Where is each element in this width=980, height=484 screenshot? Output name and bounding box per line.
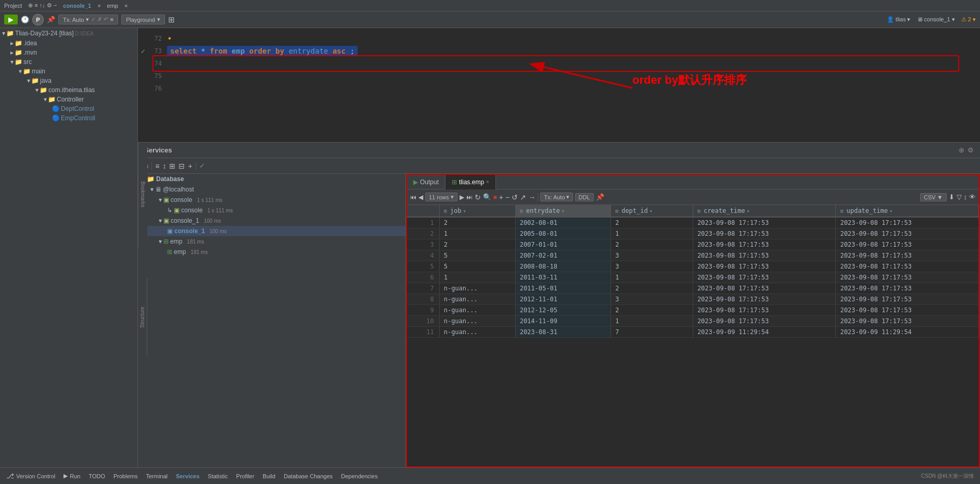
sidebar-item-main[interactable]: ▾📁main — [0, 67, 137, 76]
grid-button[interactable]: ⊞ — [168, 15, 175, 24]
tree-item-localhost[interactable]: ▾🖥@localhost — [138, 184, 405, 195]
download-btn[interactable]: ⬇ — [949, 193, 954, 201]
services-toolbar: Tx ≡ ↕ ⊞ ⊟ + ✓ — [138, 158, 980, 174]
tree-item-database[interactable]: ▾📁Database — [138, 174, 405, 184]
col-entrydate-header[interactable]: ⊞ entrydate▾ — [515, 205, 610, 217]
add-row-btn[interactable]: + — [499, 193, 503, 201]
rows-dropdown[interactable]: 11 rows▾ — [425, 193, 457, 201]
table-row[interactable]: 1 2 2002-08-01 2 2023-09-08 17:17:53 202… — [407, 217, 979, 228]
sidebar-item-idea[interactable]: ▸📁.idea — [0, 39, 137, 48]
top-bar: Project ⊕ ≡ ↑↓ ⚙ − console_1 × emp × — [0, 0, 980, 11]
status-statistic[interactable]: Statistic — [203, 472, 232, 480]
csv-dropdown[interactable]: CSV ▼ — [920, 193, 947, 201]
table-row[interactable]: 9 n-guan... 2012-12-05 2 2023-09-08 17:1… — [407, 305, 979, 316]
line-74: 74 — [138, 57, 980, 70]
col-updatetime-header[interactable]: ⊞ update_time▾ — [836, 205, 979, 217]
status-version-control[interactable]: ⎇ Version Control — [2, 471, 59, 481]
table-row[interactable]: 6 1 2011-03-11 1 2023-09-08 17:17:53 202… — [407, 272, 979, 283]
tree-item-console1-active[interactable]: ▣console_1100 ms — [138, 226, 405, 236]
sidebar-item-src[interactable]: ▾📁src — [0, 57, 137, 67]
project-root[interactable]: ▾ 📁 Tlias-Day23-24 [tlias] D:\IDEA — [0, 28, 137, 39]
services-check-btn[interactable]: ✓ — [199, 162, 205, 170]
filter-btn[interactable]: ▽ — [957, 193, 962, 201]
status-dependencies[interactable]: Dependencies — [337, 472, 381, 480]
sort-btn[interactable]: ↕ — [964, 193, 968, 201]
submit-btn[interactable]: ↗ — [520, 193, 526, 201]
annotation-text: order by默认升序排序 — [632, 72, 747, 88]
table-row[interactable]: 8 n-guan... 2012-11-01 3 2023-09-08 17:1… — [407, 294, 979, 305]
pin-results-btn[interactable]: 📌 — [596, 193, 604, 201]
table-row[interactable]: 2 1 2005-08-01 1 2023-09-08 17:17:53 202… — [407, 228, 979, 239]
table-row[interactable]: 11 n-guan... 2023-08-31 7 2023-09-09 11:… — [407, 327, 979, 338]
table-row[interactable]: 10 n-guan... 2014-11-09 1 2023-09-08 17:… — [407, 316, 979, 327]
results-tab-output[interactable]: ▶ Output — [407, 175, 446, 189]
tree-item-emp-sub[interactable]: ⊞emp181 ms — [138, 247, 405, 257]
status-build[interactable]: Build — [259, 472, 279, 480]
table-row[interactable]: 5 5 2008-08-18 3 2023-09-08 17:17:53 202… — [407, 261, 979, 272]
remove-row-btn[interactable]: − — [505, 193, 510, 201]
sidebar-item-controller[interactable]: ▾📁Controller — [0, 95, 137, 104]
col-createtime-header[interactable]: ⊞ create_time▾ — [693, 205, 836, 217]
col-job-header[interactable]: ⊞ job▾ — [439, 205, 515, 217]
undo-btn[interactable]: ↺ — [512, 193, 518, 201]
file-sidebar: ▾ 📁 Tlias-Day23-24 [tlias] D:\IDEA ▸📁.id… — [0, 28, 138, 467]
status-profiler[interactable]: Profiler — [232, 472, 259, 480]
first-btn[interactable]: ⏮ — [410, 194, 416, 201]
next-btn[interactable]: ▶ — [460, 194, 464, 201]
last-btn[interactable]: ⏭ — [466, 194, 473, 201]
search-btn[interactable]: 🔍 — [483, 193, 491, 201]
prev-btn[interactable]: ◀ — [418, 194, 423, 201]
stop-btn[interactable]: ■ — [493, 194, 497, 201]
col-deptid-header[interactable]: ⊞ dept_id▾ — [611, 205, 693, 217]
results-ddl-btn[interactable]: DDL — [575, 193, 594, 201]
table-row[interactable]: 4 5 2007-02-01 3 2023-09-08 17:17:53 202… — [407, 250, 979, 261]
table-row[interactable]: 7 n-guan... 2011-05-01 2 2023-09-08 17:1… — [407, 283, 979, 294]
run-button[interactable]: ▶ — [4, 15, 18, 24]
user-badge: 👤 tlias ▾ 🖥 console_1 ▾ ⚠ 2 ▾ — [887, 16, 976, 23]
services-btn-1[interactable]: ≡ — [155, 162, 159, 170]
tab-emp[interactable]: emp — [107, 3, 118, 9]
services-btn-add[interactable]: + — [188, 162, 192, 170]
tree-item-console[interactable]: ▾▣console1 s 111 ms — [138, 195, 405, 205]
arrow-btn[interactable]: → — [528, 193, 536, 201]
clock-button[interactable]: 🕐 — [21, 16, 29, 23]
status-todo[interactable]: TODO — [84, 472, 109, 480]
results-tab-table[interactable]: ⊞ tlias.emp × — [446, 175, 496, 189]
tree-item-emp[interactable]: ▾⊞emp181 ms — [138, 236, 405, 247]
status-database-changes[interactable]: Database Changes — [279, 472, 337, 480]
status-services[interactable]: Services — [172, 472, 203, 480]
tree-item-console-sub[interactable]: ↳▣console1 s 111 ms — [138, 205, 405, 215]
bookmarks-sidebar[interactable]: Bookmarks — [138, 143, 147, 247]
tree-item-console1[interactable]: ▾▣console_1100 ms — [138, 215, 405, 226]
status-problems[interactable]: Problems — [109, 472, 142, 480]
playground-dropdown[interactable]: Playground▾ — [121, 15, 165, 24]
toolbar-row: ▶ 🕐 P 📌 Tx: Auto ▾ ✓ ✗ ↶ ■ Playground▾ ⊞… — [0, 11, 980, 28]
structure-sidebar[interactable]: Structure — [138, 278, 147, 356]
tx-auto-dropdown[interactable]: Tx: Auto ▾ ✓ ✗ ↶ ■ — [58, 15, 118, 24]
status-terminal[interactable]: Terminal — [142, 472, 172, 480]
pin-button[interactable]: 📌 — [47, 16, 55, 23]
results-toolbar: ⏮ ◀ 11 rows▾ ▶ ⏭ ↻ 🔍 ■ + − ↺ ↗ — [407, 189, 979, 205]
services-btn-4[interactable]: ⊟ — [179, 162, 185, 170]
tab-emp-close[interactable]: × — [124, 3, 128, 9]
tab-console1[interactable]: console_1 — [63, 3, 91, 9]
sidebar-item-empcontroll[interactable]: 🔵EmpControll — [0, 113, 137, 123]
services-header: Services ⊕ ⚙ — [138, 143, 980, 158]
table-row[interactable]: 3 2 2007-01-01 2 2023-09-08 17:17:53 202… — [407, 239, 979, 250]
results-tx-label[interactable]: Tx: Auto▾ — [540, 193, 572, 201]
nav-icons: ⊕ ≡ ↑↓ ⚙ − — [28, 2, 57, 9]
services-btn-3[interactable]: ⊞ — [169, 162, 175, 170]
services-title: Services — [144, 146, 172, 154]
services-globe-btn[interactable]: ⊕ — [959, 146, 964, 154]
sidebar-item-deptcontrol[interactable]: 🔵DeptControl — [0, 104, 137, 113]
services-tree: ▾📁Database ▾🖥@localhost ▾▣console1 s 111… — [138, 174, 406, 467]
editor-lines: 72 • ✓ 73 select * from emp order by — [138, 28, 980, 99]
refresh-btn[interactable]: ↻ — [475, 193, 481, 201]
services-btn-2[interactable]: ↕ — [162, 162, 166, 170]
sidebar-item-package[interactable]: ▾📁com.itheima.tlias — [0, 85, 137, 95]
eye-btn[interactable]: 👁 — [969, 193, 976, 201]
sidebar-item-java[interactable]: ▾📁java — [0, 76, 137, 85]
services-settings-btn[interactable]: ⚙ — [968, 146, 974, 154]
status-run[interactable]: ▶ Run — [59, 472, 84, 480]
sidebar-item-mvn[interactable]: ▸📁.mvn — [0, 48, 137, 57]
